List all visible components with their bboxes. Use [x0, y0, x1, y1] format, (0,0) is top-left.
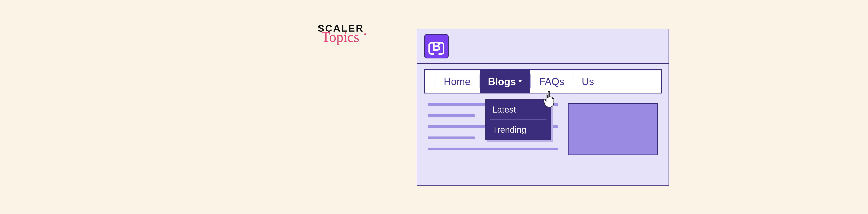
- scaler-topics-logo: SCALER Topics: [318, 23, 364, 45]
- bootstrap-logo-letter: B: [432, 39, 441, 54]
- text-line-placeholder: [428, 137, 475, 139]
- main-navbar: Home Blogs FAQs Us Latest: [424, 69, 661, 94]
- nav-label: Us: [582, 76, 594, 87]
- brand-dot-icon: [364, 33, 366, 35]
- nav-item-blogs[interactable]: Blogs: [479, 70, 530, 93]
- nav-item-us[interactable]: Us: [574, 70, 602, 93]
- canvas: SCALER Topics B Home Blogs FAQs: [0, 0, 868, 214]
- nav-item-faqs[interactable]: FAQs: [531, 70, 573, 93]
- browser-window: B Home Blogs FAQs Us: [416, 29, 669, 185]
- chevron-down-icon: [518, 80, 522, 82]
- nav-item-home[interactable]: Home: [435, 70, 479, 93]
- nav-label: Blogs: [488, 76, 516, 87]
- bootstrap-logo-icon: B: [424, 34, 448, 59]
- dropdown-label: Trending: [492, 125, 526, 135]
- cursor-hand-icon: [542, 91, 558, 109]
- brand-word-topics: Topics: [321, 29, 364, 45]
- nav-label: FAQs: [539, 76, 564, 87]
- text-line-placeholder: [428, 114, 475, 117]
- dropdown-label: Latest: [492, 105, 516, 114]
- window-titlebar: B: [417, 29, 669, 64]
- text-line-placeholder: [428, 148, 558, 150]
- dropdown-item-trending[interactable]: Trending: [486, 120, 551, 140]
- nav-label: Home: [444, 76, 471, 87]
- dropdown-item-latest[interactable]: Latest: [486, 100, 551, 119]
- image-placeholder: [568, 103, 658, 155]
- blogs-dropdown: Latest Trending: [485, 99, 551, 140]
